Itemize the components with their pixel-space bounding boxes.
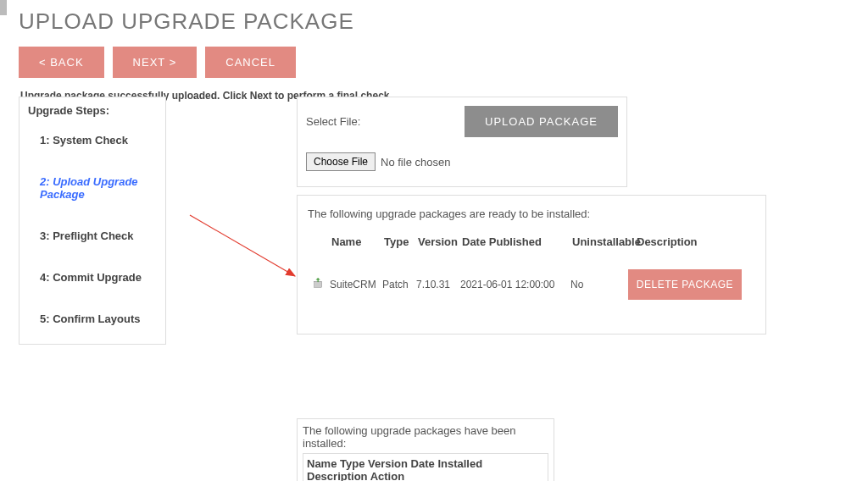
top-button-bar: < BACK NEXT > CANCEL (0, 47, 868, 88)
select-file-label: Select File: (306, 115, 360, 128)
step-confirm-layouts: 5: Confirm Layouts (40, 312, 157, 325)
cell-name: SuiteCRM (330, 279, 382, 290)
cell-uninstallable: No (570, 279, 635, 290)
installed-packages-title: The following upgrade packages have been… (303, 424, 548, 450)
installed-packages-panel: The following upgrade packages have been… (297, 418, 554, 481)
choose-file-button[interactable]: Choose File (306, 152, 376, 171)
ready-packages-panel: The following upgrade packages are ready… (297, 195, 766, 334)
col-name: Name (331, 235, 384, 248)
delete-package-button[interactable]: DELETE PACKAGE (628, 269, 742, 300)
table-row: SuiteCRM Patch 7.10.31 2021-06-01 12:00:… (308, 272, 755, 296)
cell-type: Patch (382, 279, 416, 290)
page-title: UPLOAD UPGRADE PACKAGE (0, 0, 868, 47)
step-upload-upgrade-package: 2: Upload Upgrade Package (40, 175, 157, 201)
upgrade-steps-panel: Upgrade Steps: 1: System Check 2: Upload… (19, 97, 166, 345)
installed-table-header: Name Type Version Date Installed Descrip… (303, 453, 548, 481)
step-commit-upgrade: 4: Commit Upgrade (40, 271, 157, 284)
back-button[interactable]: < BACK (19, 47, 104, 78)
step-preflight-check: 3: Preflight Check (40, 229, 157, 242)
svg-rect-2 (314, 281, 322, 287)
col-version: Version (418, 235, 462, 248)
col-type: Type (384, 235, 418, 248)
file-chosen-label: No file chosen (381, 156, 450, 169)
col-description: Description (637, 235, 699, 248)
package-icon (313, 277, 330, 291)
next-button[interactable]: NEXT > (113, 47, 198, 78)
col-date: Date Published (462, 235, 572, 248)
ready-packages-title: The following upgrade packages are ready… (308, 207, 755, 220)
steps-title: Upgrade Steps: (28, 104, 157, 117)
annotation-arrow-icon (185, 210, 303, 286)
window-edge-bar (0, 0, 7, 15)
cancel-button[interactable]: CANCEL (205, 47, 296, 78)
upload-panel: Select File: UPLOAD PACKAGE Choose File … (297, 97, 627, 187)
step-system-check: 1: System Check (40, 134, 157, 147)
svg-line-1 (190, 215, 295, 276)
table-header: Name Type Version Date Published Uninsta… (308, 235, 755, 272)
cell-date: 2021-06-01 12:00:00 (460, 279, 570, 290)
col-uninstallable: Uninstallable (572, 235, 637, 248)
ready-packages-table: Name Type Version Date Published Uninsta… (308, 235, 755, 296)
upload-package-button[interactable]: UPLOAD PACKAGE (465, 106, 618, 137)
svg-rect-4 (318, 279, 319, 283)
cell-version: 7.10.31 (416, 279, 460, 290)
